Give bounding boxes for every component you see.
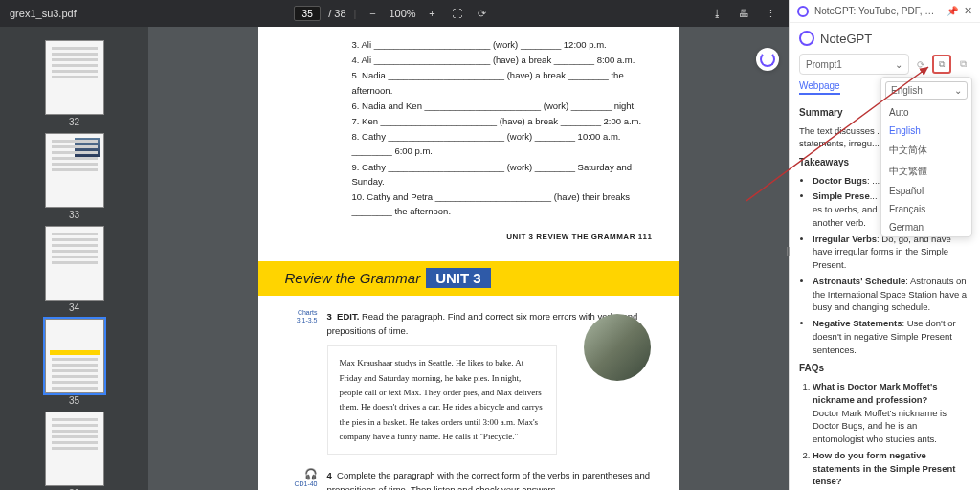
more-icon[interactable]: ⋮ bbox=[762, 5, 779, 22]
fit-page-icon[interactable]: ⛶ bbox=[449, 5, 466, 22]
exercise-line: 8. Cathy _______________________ (work) … bbox=[285, 129, 653, 158]
language-option[interactable]: Español bbox=[881, 182, 971, 200]
language-option[interactable]: Auto bbox=[881, 103, 971, 122]
pdf-toolbar: grex1_su3.pdf / 38 | − 100% + ⛶ ⟳ ⭳ 🖶 ⋮ bbox=[0, 0, 789, 27]
language-option[interactable]: English bbox=[881, 122, 971, 140]
filename: grex1_su3.pdf bbox=[10, 8, 77, 19]
zoom-out-button[interactable]: − bbox=[364, 5, 381, 22]
chevron-down-icon: ⌄ bbox=[954, 85, 962, 96]
thumbnail-33[interactable] bbox=[45, 133, 104, 208]
refresh-icon[interactable]: ⟳ bbox=[913, 56, 928, 72]
extension-title: NoteGPT: YouTube, PDF, Web Summ… bbox=[814, 6, 941, 16]
zoom-in-button[interactable]: + bbox=[424, 5, 441, 22]
zoom-level: 100% bbox=[389, 8, 415, 19]
exercise-line: 4. Ali _______________________ (have) a … bbox=[285, 53, 653, 67]
page-number-input[interactable] bbox=[294, 6, 321, 21]
faq-item: How do you form negative statements in t… bbox=[813, 449, 970, 490]
notegpt-logo-icon bbox=[799, 31, 814, 46]
rotate-icon[interactable]: ⟳ bbox=[474, 5, 491, 22]
pdf-viewport[interactable]: 3. Ali _______________________ (work) __… bbox=[148, 27, 789, 490]
copy-button[interactable]: ⧉ bbox=[932, 55, 951, 74]
takeaway-item: Negative Statements: Use don't or doesn'… bbox=[813, 317, 970, 356]
cyclist-photo bbox=[584, 314, 651, 381]
exercise-line: 9. Cathy _______________________ (work) … bbox=[285, 160, 653, 189]
pdf-page: 3. Ali _______________________ (work) __… bbox=[258, 27, 679, 490]
pin-icon[interactable]: 📌 bbox=[947, 6, 958, 16]
language-option[interactable]: 中文繁體 bbox=[881, 161, 971, 182]
exercise-line: 10. Cathy and Petra ____________________… bbox=[285, 189, 653, 218]
exercise-line: 7. Ken _______________________ (have) a … bbox=[285, 114, 653, 128]
expand-icon[interactable]: ⧉ bbox=[955, 56, 970, 72]
language-option[interactable]: 中文简体 bbox=[881, 140, 971, 161]
page-footer: UNIT 3 REVIEW THE GRAMMAR 111 bbox=[285, 232, 653, 244]
faq-item: What is Doctor Mark Moffet's nickname an… bbox=[813, 380, 970, 446]
language-option[interactable]: Français bbox=[881, 200, 971, 218]
takeaway-item: Astronauts' Schedule: Astronauts on the … bbox=[813, 275, 970, 314]
notegpt-panel: NoteGPT: YouTube, PDF, Web Summ… 📌 ✕ Not… bbox=[789, 0, 980, 490]
thumbnail-35[interactable] bbox=[45, 319, 104, 393]
brand-name: NoteGPT bbox=[820, 32, 872, 46]
tab-webpage[interactable]: Webpage bbox=[799, 80, 840, 95]
thumbnail-36[interactable] bbox=[45, 412, 104, 486]
faqs-heading: FAQs bbox=[799, 362, 970, 376]
exercise-line: 5. Nadia _______________________ (have) … bbox=[285, 68, 653, 97]
close-icon[interactable]: ✕ bbox=[964, 5, 972, 17]
page-total: / 38 bbox=[328, 8, 345, 19]
exercise-line: 3. Ali _______________________ (work) __… bbox=[285, 37, 653, 52]
download-icon[interactable]: ⭳ bbox=[708, 5, 725, 22]
review-grammar-banner: Review the GrammarUNIT 3 bbox=[258, 261, 679, 296]
headphone-icon: 🎧 bbox=[304, 468, 318, 479]
language-option[interactable]: German bbox=[881, 218, 971, 236]
language-select[interactable]: English ⌄ bbox=[885, 81, 968, 100]
language-dropdown[interactable]: English ⌄ AutoEnglish中文简体中文繁體EspañolFran… bbox=[880, 77, 972, 237]
thumbnail-32[interactable] bbox=[45, 40, 104, 115]
notegpt-logo-icon bbox=[797, 6, 809, 17]
panel-collapse-handle[interactable]: ‖ bbox=[785, 239, 791, 262]
notegpt-floating-icon[interactable] bbox=[756, 48, 779, 71]
edit-paragraph: Max Kraushaar studys in Seattle. He like… bbox=[327, 345, 557, 455]
thumbnail-sidebar: 32 33 34 35 36 bbox=[0, 27, 148, 490]
takeaway-item: Irregular Verbs: Do, go, and have have i… bbox=[813, 233, 970, 272]
print-icon[interactable]: 🖶 bbox=[735, 5, 752, 22]
chevron-down-icon: ⌄ bbox=[895, 59, 902, 70]
thumbnail-34[interactable] bbox=[45, 226, 104, 301]
prompt-select[interactable]: Prompt1⌄ bbox=[799, 54, 909, 75]
exercise-line: 6. Nadia and Ken _______________________… bbox=[285, 99, 653, 113]
